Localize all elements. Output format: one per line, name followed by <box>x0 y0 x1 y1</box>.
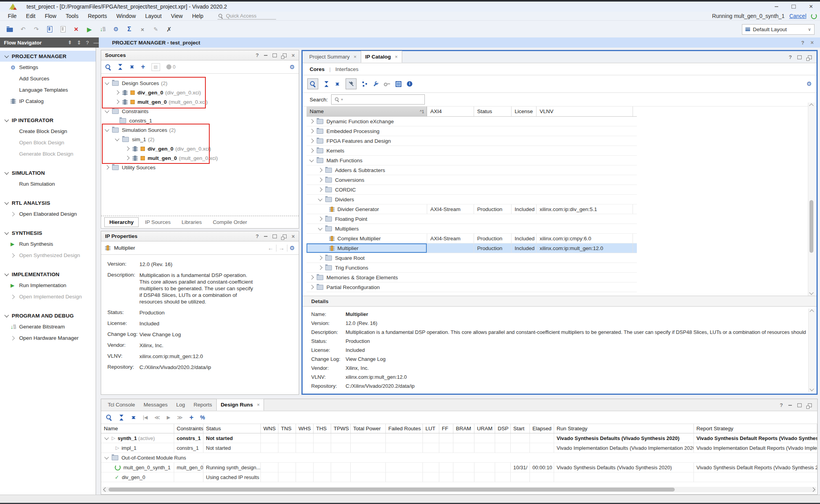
tab-messages[interactable]: Messages <box>139 399 172 411</box>
subtab-cores[interactable]: Cores <box>310 66 324 72</box>
scroll-left-icon[interactable] <box>103 487 107 492</box>
sidebar-item-run-simulation[interactable]: Run Simulation <box>0 178 96 190</box>
run-button[interactable]: ▶ <box>83 23 96 35</box>
sidebar-item-run-synthesis[interactable]: ▶ Run Synthesis <box>0 238 96 250</box>
catalog-category-row[interactable]: Trig Functions <box>307 263 637 273</box>
expand-all-icon[interactable] <box>335 81 340 87</box>
float-icon[interactable] <box>283 234 287 238</box>
close-icon[interactable]: × <box>811 39 814 46</box>
catalog-category-row[interactable]: Embedded Processing <box>307 126 637 136</box>
view-change-log-link[interactable]: View Change Log <box>139 331 181 338</box>
float-icon[interactable] <box>283 53 287 57</box>
info-icon[interactable] <box>407 81 412 87</box>
scroll-right-icon[interactable] <box>811 487 815 492</box>
tab-reports[interactable]: Reports <box>189 399 216 411</box>
tree-item-design-sources[interactable]: Design Sources (2) <box>101 78 299 88</box>
catalog-category-row[interactable]: Multipliers <box>307 224 637 234</box>
tab-project-summary[interactable]: Project Summary × <box>305 51 361 63</box>
play-icon[interactable]: ▶ <box>167 415 170 420</box>
scroll-up-icon[interactable] <box>809 103 813 108</box>
edit-properties-button[interactable]: ✎ <box>149 23 162 35</box>
catalog-ip-row-multiplier-selected[interactable]: Multiplier Production Included xilinx.co… <box>307 243 637 253</box>
column-axi4[interactable]: AXI4 <box>427 106 474 116</box>
menu-file[interactable]: File <box>3 13 21 19</box>
gear-icon[interactable]: ⚙ <box>807 80 812 87</box>
filter-toggle-button[interactable] <box>346 78 357 89</box>
sidebar-item-open-implemented-design[interactable]: Open Implemented Design <box>0 291 96 302</box>
step-back-icon[interactable]: ≪ <box>154 414 160 421</box>
horizontal-scrollbar[interactable] <box>102 487 816 492</box>
collapse-all-icon[interactable] <box>118 64 123 70</box>
close-icon[interactable]: × <box>292 52 295 59</box>
help-icon[interactable]: ? <box>801 40 804 46</box>
sidebar-item-create-block-design[interactable]: Create Block Design <box>0 126 96 137</box>
catalog-ip-row-complex-multiplier[interactable]: Complex Multiplier AXI4-Stream Productio… <box>307 234 637 243</box>
search-icon[interactable] <box>106 414 112 421</box>
tab-tcl-console[interactable]: Tcl Console <box>103 399 139 411</box>
generate-bitstream-button[interactable]: ↓0110 <box>96 23 109 35</box>
catalog-category-row[interactable]: Kernels <box>307 146 637 156</box>
tree-item-constrs-1[interactable]: constrs_1 <box>101 116 299 125</box>
minimize-icon[interactable] <box>264 55 267 56</box>
save-button[interactable] <box>43 23 56 35</box>
wrench-icon[interactable] <box>373 81 378 87</box>
catalog-category-row[interactable]: CORDIC <box>307 185 637 195</box>
sidebar-item-settings[interactable]: ⚙ Settings <box>0 62 96 73</box>
group-by-icon[interactable] <box>362 81 367 87</box>
column-name[interactable]: Name ^1 <box>307 106 427 116</box>
menu-reports[interactable]: Reports <box>83 13 112 19</box>
expand-all-icon[interactable] <box>129 64 135 70</box>
column-license[interactable]: License <box>511 106 536 116</box>
minimize-icon[interactable] <box>264 236 267 237</box>
catalog-category-row[interactable]: Square Root <box>307 253 637 263</box>
section-header-simulation[interactable]: SIMULATION <box>0 167 96 178</box>
sidebar-item-language-templates[interactable]: Language Templates <box>0 84 96 96</box>
maximize-icon[interactable] <box>797 55 802 59</box>
gear-icon[interactable]: ⚙ <box>290 245 295 252</box>
menu-tools[interactable]: Tools <box>61 13 83 19</box>
sidebar-item-open-block-design[interactable]: Open Block Design <box>0 137 96 148</box>
help-icon[interactable]: ? <box>256 52 259 58</box>
percent-icon[interactable]: % <box>200 414 205 421</box>
tree-item-sim-div-gen-0[interactable]: div_gen_0 (div_gen_0.xci) <box>101 144 299 153</box>
collapse-all-icon[interactable] <box>119 415 124 421</box>
catalog-category-row[interactable]: Math Functions <box>307 156 637 165</box>
window-maximize-button[interactable] <box>791 5 796 9</box>
close-icon[interactable]: × <box>354 54 357 60</box>
unplace-button[interactable]: ✗ <box>162 23 176 35</box>
tab-log[interactable]: Log <box>172 399 189 411</box>
minimize-panel-icon[interactable]: — <box>94 40 99 46</box>
tab-hierarchy[interactable]: Hierarchy <box>104 217 139 227</box>
run-row-div-gen-0[interactable]: ✓ div_gen_0 Using cached IP results <box>101 472 817 482</box>
catalog-category-row[interactable]: Partial Reconfiguration <box>307 282 637 292</box>
menu-help[interactable]: Help <box>187 13 208 19</box>
subtab-interfaces[interactable]: Interfaces <box>335 66 358 72</box>
sidebar-item-generate-bitstream[interactable]: ↓0110 Generate Bitstream <box>0 321 96 332</box>
tree-item-utility-sources[interactable]: Utility Sources <box>101 163 299 172</box>
maximize-icon[interactable] <box>797 403 802 407</box>
help-icon[interactable]: ? <box>256 233 259 239</box>
menu-edit[interactable]: Edit <box>21 13 40 19</box>
sidebar-item-open-hardware-manager[interactable]: Open Hardware Manager <box>0 332 96 344</box>
report-utilization-button[interactable]: Σ <box>123 23 136 35</box>
column-vlnv[interactable]: VLNV <box>536 106 633 116</box>
back-arrow-icon[interactable]: ← <box>268 245 274 251</box>
sidebar-item-ip-catalog[interactable]: IP Catalog <box>0 96 96 107</box>
window-minimize-button[interactable] <box>775 6 778 7</box>
settings-button[interactable]: ⚙ <box>109 23 123 35</box>
help-icon[interactable]: ? <box>780 402 783 408</box>
catalog-search-input[interactable]: ▾ <box>331 94 425 105</box>
help-icon[interactable]: ? <box>86 40 89 46</box>
help-icon[interactable]: ? <box>789 54 792 60</box>
window-close-button[interactable]: × <box>809 3 813 11</box>
tree-item-sim-mult-gen-0[interactable]: mult_gen_0 (mult_gen_0.xci) <box>101 153 299 163</box>
menu-flow[interactable]: Flow <box>40 13 61 19</box>
menu-layout[interactable]: Layout <box>141 13 166 19</box>
section-header-ip-integrator[interactable]: IP INTEGRATOR <box>0 115 96 126</box>
menu-window[interactable]: Window <box>112 13 141 19</box>
layout-selector-dropdown[interactable]: Default Layout ∨ <box>742 24 815 35</box>
float-icon[interactable] <box>808 55 812 59</box>
tab-ip-sources[interactable]: IP Sources <box>140 218 175 227</box>
cancel-link[interactable]: Cancel <box>789 13 806 19</box>
catalog-category-row[interactable]: Floating Point <box>307 214 637 224</box>
